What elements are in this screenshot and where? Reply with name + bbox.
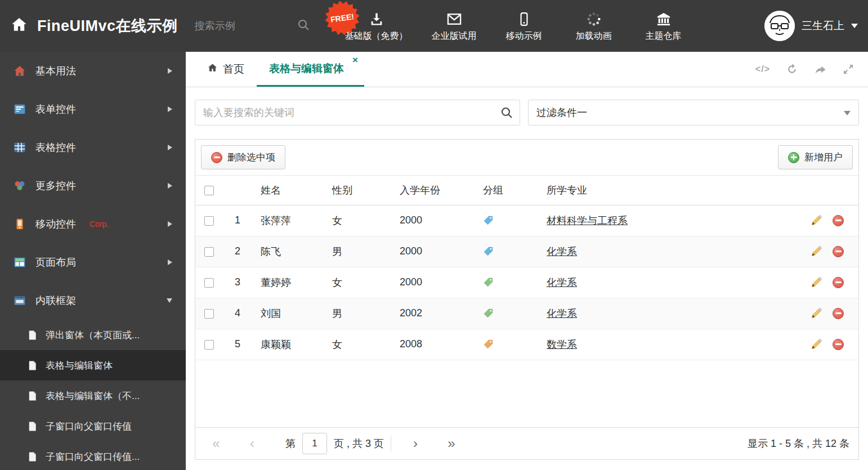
- last-page-button[interactable]: »: [440, 437, 463, 450]
- row-checkbox[interactable]: [204, 247, 214, 257]
- sidebar-item-label: 表单控件: [35, 102, 76, 116]
- home-icon: [14, 65, 26, 77]
- edit-icon[interactable]: [811, 245, 822, 257]
- add-user-button[interactable]: 新增用户: [778, 145, 853, 169]
- sidebar-item-label: 基本用法: [35, 64, 76, 78]
- nav-item-label: 移动示例: [506, 30, 542, 42]
- cell-gender: 女: [326, 267, 394, 298]
- nav-item-mobile-demo[interactable]: 移动示例: [500, 10, 548, 42]
- sidebar-subitem-grid-edit-window[interactable]: 表格与编辑窗体: [0, 350, 186, 381]
- refresh-icon[interactable]: [786, 63, 798, 75]
- tab-home[interactable]: 首页: [195, 52, 257, 87]
- major-link[interactable]: 化学系: [547, 246, 577, 257]
- layout-icon: [14, 256, 26, 268]
- tag-icon: [483, 215, 536, 226]
- mobile-icon: [517, 10, 531, 27]
- cell-gender: 女: [326, 329, 394, 360]
- delete-row-icon[interactable]: [833, 308, 844, 319]
- view-source-icon[interactable]: </>: [755, 64, 770, 74]
- spinner-icon: [586, 10, 602, 27]
- first-page-button[interactable]: «: [204, 437, 228, 450]
- sidebar-subitem-label: 子窗口向父窗口传值...: [46, 450, 140, 463]
- keyword-search: [195, 100, 520, 126]
- brand[interactable]: FineUIMvc在线示例: [10, 16, 178, 36]
- tab-grid-edit-window[interactable]: 表格与编辑窗体 ×: [257, 52, 364, 87]
- column-gender: 性别: [326, 176, 394, 205]
- next-page-button[interactable]: ›: [404, 437, 427, 450]
- nav-item-theme-store[interactable]: 主题仓库: [640, 10, 687, 42]
- cell-name: 陈飞: [255, 236, 326, 267]
- pager-divider: [391, 436, 391, 451]
- row-checkbox[interactable]: [204, 309, 214, 319]
- page-number-input[interactable]: [302, 433, 327, 454]
- major-link[interactable]: 化学系: [547, 308, 577, 319]
- widgets-icon: [14, 180, 26, 192]
- tag-icon: [483, 246, 536, 257]
- sidebar-item-mobile-controls[interactable]: 移动控件 Corp.: [0, 205, 186, 243]
- search-icon[interactable]: [500, 106, 513, 122]
- prev-page-button[interactable]: ‹: [240, 437, 264, 450]
- major-link[interactable]: 材料科学与工程系: [547, 215, 628, 226]
- plus-icon: [788, 152, 799, 163]
- expand-icon[interactable]: [842, 63, 854, 75]
- filter-dropdown[interactable]: 过滤条件一: [528, 100, 859, 126]
- nav-item-loading-animation[interactable]: 加载动画: [570, 10, 618, 42]
- tab-label: 表格与编辑窗体: [269, 61, 344, 76]
- search-icon: [297, 18, 310, 34]
- sidebar-subitem-child-to-parent-2[interactable]: 子窗口向父窗口传值...: [0, 441, 186, 470]
- sidebar-item-grid-controls[interactable]: 表格控件: [0, 128, 186, 167]
- delete-selected-button[interactable]: 删除选中项: [201, 145, 285, 169]
- cell-name: 董婷婷: [255, 267, 326, 298]
- edit-icon[interactable]: [811, 214, 822, 226]
- header-search-input[interactable]: 搜索示例: [195, 18, 310, 34]
- sidebar-subitem-child-to-parent[interactable]: 子窗口向父窗口传值: [0, 411, 186, 441]
- edit-icon[interactable]: [811, 276, 822, 288]
- delete-row-icon[interactable]: [833, 277, 844, 288]
- delete-row-icon[interactable]: [833, 246, 844, 257]
- cell-name: 康颖颖: [255, 329, 326, 360]
- sidebar-item-page-layout[interactable]: 页面布局: [0, 243, 186, 281]
- sidebar-subitem-popup-window[interactable]: 弹出窗体（本页面或...: [0, 320, 186, 350]
- column-rownum: [229, 176, 255, 205]
- sidebar-item-more-controls[interactable]: 更多控件: [0, 167, 186, 205]
- grid-toolbar: 删除选中项 新增用户: [195, 140, 858, 176]
- major-link[interactable]: 数学系: [547, 339, 577, 350]
- sidebar-item-label: 移动控件: [35, 217, 76, 231]
- edit-icon[interactable]: [811, 307, 822, 319]
- sidebar-item-form-controls[interactable]: 表单控件: [0, 90, 186, 128]
- content-area: 过滤条件一 删除选中项 新增用户: [186, 87, 868, 470]
- select-all-checkbox[interactable]: [204, 186, 214, 195]
- file-icon: [27, 391, 38, 401]
- row-checkbox[interactable]: [204, 216, 214, 226]
- sidebar-item-basic-usage[interactable]: 基本用法: [0, 52, 186, 90]
- tag-icon: [483, 308, 536, 319]
- sidebar-subitem-grid-edit-window-2[interactable]: 表格与编辑窗体（不...: [0, 381, 186, 411]
- home-icon: [10, 16, 28, 36]
- delete-row-icon[interactable]: [833, 215, 844, 226]
- row-checkbox[interactable]: [204, 340, 214, 350]
- delete-row-icon[interactable]: [833, 339, 844, 350]
- edit-icon[interactable]: [811, 338, 822, 350]
- row-checkbox[interactable]: [204, 278, 214, 288]
- avatar: [764, 11, 795, 41]
- keyword-search-input[interactable]: [195, 100, 520, 126]
- nav-item-enterprise-trial[interactable]: 企业版试用: [431, 10, 478, 42]
- table-row: 3 董婷婷 女 2000 化学系: [195, 267, 858, 298]
- cell-name: 刘国: [255, 298, 326, 329]
- close-icon[interactable]: ×: [352, 55, 358, 65]
- sidebar-item-iframe[interactable]: 内联框架: [0, 281, 186, 320]
- major-link[interactable]: 化学系: [547, 277, 577, 288]
- cell-gender: 女: [326, 205, 394, 236]
- nav-item-label: 主题仓库: [646, 30, 682, 42]
- sidebar-item-label: 页面布局: [35, 256, 76, 269]
- pagination-bar: « ‹ 第 页 , 共 3 页 › » 显示 1 - 5 条 , 共 12 条: [195, 427, 858, 459]
- share-icon[interactable]: [814, 63, 826, 75]
- row-number: 2: [229, 236, 255, 267]
- nav-item-basic-edition[interactable]: FREE! 基础版（免费）: [345, 10, 408, 42]
- chevron-down-icon: [851, 24, 858, 28]
- users-table: 姓名 性别 入学年份 分组 所学专业 1 张萍萍 女 2000: [195, 176, 858, 360]
- page-prefix: 第: [285, 437, 296, 450]
- cell-year: 2002: [394, 298, 477, 329]
- user-menu[interactable]: 三生石上: [764, 11, 858, 41]
- file-icon: [27, 451, 38, 462]
